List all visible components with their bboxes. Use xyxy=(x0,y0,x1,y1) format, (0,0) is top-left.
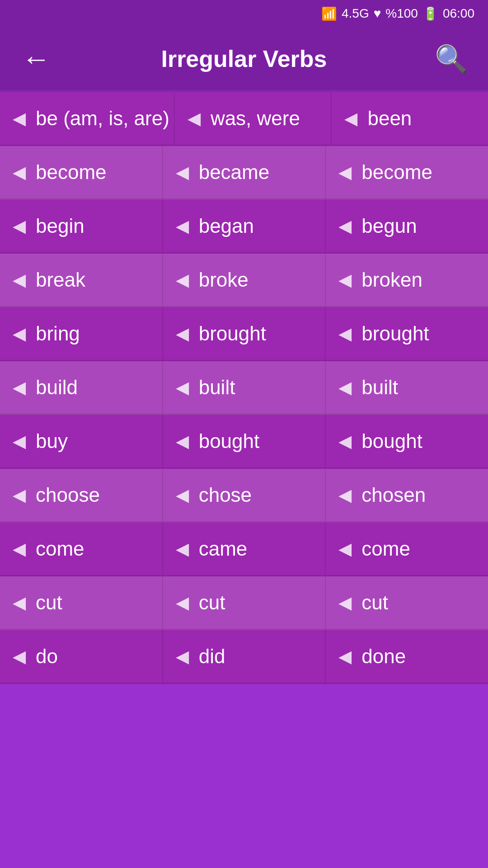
speaker-icon: ◀ xyxy=(176,379,189,396)
verb-word-base: buy xyxy=(36,430,68,453)
verb-word-past: brought xyxy=(199,322,266,345)
wifi-icon: 📶 xyxy=(321,6,337,21)
sound-button-participle[interactable]: ◀ xyxy=(343,108,359,129)
verb-cell-base: ◀bring xyxy=(0,307,162,360)
verb-word-past: began xyxy=(199,215,254,237)
speaker-icon: ◀ xyxy=(13,325,26,342)
verb-word-participle: become xyxy=(361,161,432,184)
sound-button-past[interactable]: ◀ xyxy=(174,377,191,398)
verb-cell-past: ◀came xyxy=(162,523,325,575)
sound-button-base[interactable]: ◀ xyxy=(11,592,28,613)
verb-word-past: came xyxy=(199,538,248,560)
sound-button-base[interactable]: ◀ xyxy=(11,216,28,236)
verb-word-past: was, were xyxy=(211,107,300,130)
sound-button-participle[interactable]: ◀ xyxy=(337,216,353,236)
verb-word-participle: bought xyxy=(361,430,422,453)
speaker-icon: ◀ xyxy=(176,433,189,450)
sound-button-past[interactable]: ◀ xyxy=(174,646,191,667)
verb-cell-participle: ◀been xyxy=(331,92,488,145)
sound-button-past[interactable]: ◀ xyxy=(174,592,191,613)
sound-button-participle[interactable]: ◀ xyxy=(337,162,353,183)
sound-button-participle[interactable]: ◀ xyxy=(337,485,353,505)
verb-word-base: build xyxy=(36,376,78,399)
sound-button-base[interactable]: ◀ xyxy=(11,485,28,505)
sound-button-participle[interactable]: ◀ xyxy=(337,269,353,290)
page-title: Irregular Verbs xyxy=(161,45,327,72)
verb-word-base: do xyxy=(36,645,58,668)
search-button[interactable]: 🔍 xyxy=(434,41,470,77)
verb-cell-base: ◀cut xyxy=(0,576,162,629)
speaker-icon: ◀ xyxy=(344,110,357,127)
sound-button-base[interactable]: ◀ xyxy=(11,269,28,290)
verb-word-participle: brought xyxy=(361,322,429,345)
speaker-icon: ◀ xyxy=(338,486,352,504)
speaker-icon: ◀ xyxy=(13,110,26,127)
sound-button-base[interactable]: ◀ xyxy=(11,108,28,129)
speaker-icon: ◀ xyxy=(338,433,352,450)
verb-cell-base: ◀become xyxy=(0,146,162,198)
speaker-icon: ◀ xyxy=(13,271,26,288)
verb-word-participle: broken xyxy=(361,269,422,291)
table-row: ◀bring◀brought◀brought xyxy=(0,307,488,361)
verb-cell-past: ◀brought xyxy=(162,307,325,360)
sound-button-base[interactable]: ◀ xyxy=(11,377,28,398)
speaker-icon: ◀ xyxy=(176,486,189,504)
back-button[interactable]: ← xyxy=(18,41,54,77)
speaker-icon: ◀ xyxy=(188,110,201,127)
verb-word-participle: built xyxy=(361,376,398,399)
sound-button-past[interactable]: ◀ xyxy=(174,485,191,505)
sound-button-base[interactable]: ◀ xyxy=(11,323,28,344)
verb-word-participle: been xyxy=(367,107,412,130)
sound-button-participle[interactable]: ◀ xyxy=(337,431,353,452)
verb-word-participle: done xyxy=(361,645,406,668)
speaker-icon: ◀ xyxy=(338,271,352,288)
verb-cell-base: ◀buy xyxy=(0,415,162,467)
verb-cell-base: ◀begin xyxy=(0,200,162,252)
sound-button-participle[interactable]: ◀ xyxy=(337,646,353,667)
verb-cell-participle: ◀broken xyxy=(325,254,488,306)
verb-word-participle: begun xyxy=(361,215,417,237)
verb-cell-participle: ◀come xyxy=(325,523,488,575)
table-row: ◀become◀became◀become xyxy=(0,146,488,200)
sound-button-participle[interactable]: ◀ xyxy=(337,323,353,344)
status-bar: 📶 4.5G ♥ %100 🔋 06:00 xyxy=(0,0,488,27)
sound-button-past[interactable]: ◀ xyxy=(174,269,191,290)
verb-cell-participle: ◀chosen xyxy=(325,469,488,521)
speaker-icon: ◀ xyxy=(176,540,189,557)
sound-button-participle[interactable]: ◀ xyxy=(337,592,353,613)
sound-button-past[interactable]: ◀ xyxy=(174,162,191,183)
sound-button-base[interactable]: ◀ xyxy=(11,538,28,559)
sound-button-past[interactable]: ◀ xyxy=(174,431,191,452)
verb-cell-participle: ◀become xyxy=(325,146,488,198)
verb-cell-past: ◀bought xyxy=(162,415,325,467)
verb-word-base: be (am, is, are) xyxy=(36,107,169,130)
speaker-icon: ◀ xyxy=(13,486,26,504)
speaker-icon: ◀ xyxy=(176,325,189,342)
sound-button-past[interactable]: ◀ xyxy=(174,538,191,559)
sound-button-base[interactable]: ◀ xyxy=(11,431,28,452)
sound-button-past[interactable]: ◀ xyxy=(174,216,191,236)
sound-button-base[interactable]: ◀ xyxy=(11,646,28,667)
speaker-icon: ◀ xyxy=(13,540,26,557)
clock: 06:00 xyxy=(443,6,474,21)
verb-word-past: built xyxy=(199,376,235,399)
verb-word-base: bring xyxy=(36,322,80,345)
speaker-icon: ◀ xyxy=(338,217,352,235)
sound-button-participle[interactable]: ◀ xyxy=(337,377,353,398)
battery-level: %100 xyxy=(385,6,418,21)
sound-button-past[interactable]: ◀ xyxy=(186,108,202,129)
table-row: ◀begin◀began◀begun xyxy=(0,200,488,254)
speaker-icon: ◀ xyxy=(176,217,189,235)
verb-word-past: broke xyxy=(199,269,249,291)
table-row: ◀do◀did◀done xyxy=(0,630,488,684)
verb-cell-past: ◀built xyxy=(162,361,325,414)
sound-button-participle[interactable]: ◀ xyxy=(337,538,353,559)
verb-cell-past: ◀began xyxy=(162,200,325,252)
verb-cell-participle: ◀done xyxy=(325,630,488,683)
verb-word-past: bought xyxy=(199,430,260,453)
sound-button-base[interactable]: ◀ xyxy=(11,162,28,183)
sound-button-past[interactable]: ◀ xyxy=(174,323,191,344)
verb-word-base: cut xyxy=(36,591,62,614)
speaker-icon: ◀ xyxy=(13,164,26,181)
verb-word-participle: cut xyxy=(361,591,388,614)
